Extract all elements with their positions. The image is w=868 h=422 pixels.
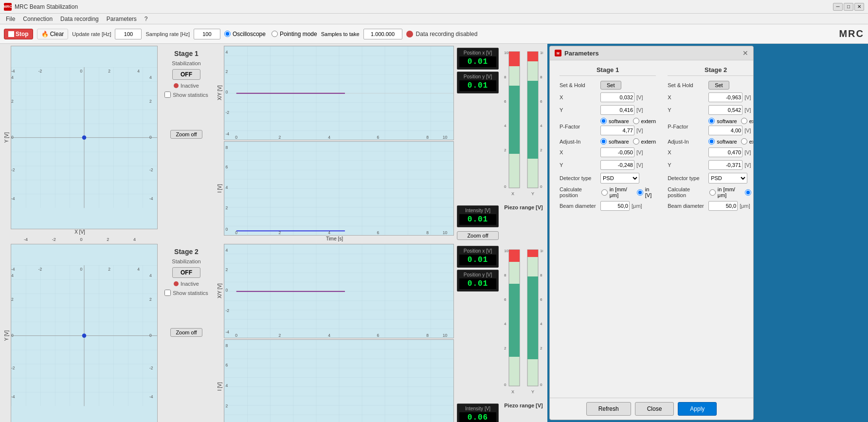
svg-text:8: 8 [225,343,228,348]
stage2-xy-plot: -4 -2 0 2 4 4 2 0 0 -2 -4 4 2 [11,244,158,422]
svg-text:2: 2 [279,333,281,338]
stages-panel: Y [V] [0,44,547,422]
params-stage2-set-hold-row: Set & Hold Set [668,81,753,90]
menu-help[interactable]: ? [141,15,152,23]
params-stage2-extern-radio[interactable]: extern [741,118,753,124]
svg-text:0: 0 [149,135,152,140]
params-stage1-title: Stage 1 [560,66,656,76]
params-stage1-beamdiam-label: Beam diameter [560,203,598,209]
params-stage1-extern-radio[interactable]: extern [633,118,656,124]
params-stage2-detector-label: Detector type [668,175,706,181]
svg-text:2: 2 [504,148,506,152]
apply-button[interactable]: Apply [678,402,717,416]
svg-text:6: 6 [540,297,542,302]
params-stage1-x-input[interactable] [600,92,634,102]
svg-text:0: 0 [225,227,228,232]
params-stage1-mm-radio[interactable]: in [mm/μm] [601,186,634,198]
params-stage2-software-radio[interactable]: software [708,118,737,124]
params-stage1-adj-software-radio[interactable]: software [600,138,629,145]
stop-button[interactable]: Stop [4,29,33,39]
svg-rect-118 [527,276,538,359]
svg-text:-4: -4 [11,394,15,399]
stage2-controls: Stage 2 Stabilization OFF Inactive Show … [160,244,213,422]
params-stage1-v-radio[interactable]: in [V] [637,186,656,198]
svg-text:8: 8 [426,333,429,338]
oscilloscope-radio[interactable]: Oscilloscope [224,31,266,37]
params-stage2-detector-select[interactable]: PSD Quadrant [708,173,747,183]
params-stage2-adj-software-radio[interactable]: software [708,138,737,145]
svg-text:0: 0 [504,184,506,189]
params-stage1-x-unit: [V] [636,94,646,100]
pointing-mode-radio[interactable]: Pointing mode [271,31,317,37]
params-stage1-p-input[interactable] [600,126,634,135]
svg-text:4: 4 [225,248,228,253]
stage1-zoom-off-button[interactable]: Zoom off [170,130,202,139]
stage1-displays: Position x [V] 0.01 Position y [V] 0.01 … [456,46,500,242]
close-button[interactable]: Close [635,402,674,416]
menu-connection[interactable]: Connection [19,15,56,23]
svg-text:0: 0 [11,333,14,338]
close-window-button[interactable]: ✕ [854,3,864,11]
params-stage2-v-radio[interactable]: in [V] [745,186,753,198]
params-stage2-beamdiam-input[interactable] [708,201,738,211]
stage1-show-stats[interactable]: Show statistics [164,92,208,98]
stage1-piezo: 10 8 6 4 2 0 10 8 6 4 2 0 X Y P [502,46,545,242]
params-stage2-pfactor-label: P-Factor [668,124,706,129]
params-stage2-adj-x-label: X [668,149,706,155]
stage2-pos-y-display: Position y [V] 0.01 [457,270,499,292]
params-stage1-software-radio[interactable]: software [600,118,629,124]
svg-text:8: 8 [504,273,506,277]
svg-point-70 [82,334,87,338]
svg-text:0: 0 [540,383,542,387]
params-stage2-adj-x-input[interactable] [708,147,742,157]
params-stage2-set-button[interactable]: Set [708,81,729,90]
stage2-show-stats[interactable]: Show statistics [164,290,208,296]
svg-text:2: 2 [504,346,506,350]
params-stage1-set-button[interactable]: Set [600,81,621,90]
params-close-button[interactable]: ✕ [742,49,748,57]
params-stage1-adj-y-input[interactable] [600,160,634,170]
params-stage1-y-label: Y [560,107,598,113]
svg-text:4: 4 [11,75,14,80]
refresh-button[interactable]: Refresh [586,402,631,416]
stage2-y-axis-label: Y [V] [2,244,11,422]
svg-text:10: 10 [443,333,448,338]
params-stage1-y-input[interactable] [600,105,634,115]
minimize-button[interactable]: ─ [833,3,843,11]
stage2-zoom-off-button[interactable]: Zoom off [170,328,202,337]
update-rate-input[interactable] [115,29,142,39]
menu-data-recording[interactable]: Data recording [56,15,103,23]
params-stage2-p-input[interactable] [708,126,742,135]
app-title: MRC Beam Stabilization [15,3,833,10]
data-recording-status: Data recording disabled [406,31,478,37]
params-stage2-mm-radio[interactable]: in [mm/μm] [709,186,742,198]
clear-button[interactable]: 🔥 Clear [37,29,69,39]
stage1-zoom-off-right-button[interactable]: Zoom off [457,231,499,240]
params-stage1-adjustin-label: Adjust-In [560,139,598,145]
svg-text:8: 8 [504,75,506,79]
svg-text:4: 4 [328,230,330,235]
params-stage1-adj-extern-radio[interactable]: extern [633,138,656,145]
sampling-rate-input[interactable] [194,29,220,39]
stage1-intensity-display: Intensity [V] 0.01 [457,205,499,227]
params-stage1-adj-x-input[interactable] [600,147,634,157]
window-controls: ─ □ ✕ [833,3,864,11]
maximize-button[interactable]: □ [844,3,853,11]
params-stage1-detector-select[interactable]: PSD Quadrant [600,173,639,183]
svg-rect-114 [509,250,520,262]
params-stage2-adj-extern-radio[interactable]: extern [741,138,753,145]
svg-text:2: 2 [225,69,228,74]
params-stage2-beamdiam-unit: [μm] [740,203,750,209]
stage2-off-button[interactable]: OFF [172,267,200,278]
menu-file[interactable]: File [2,15,19,23]
svg-text:10: 10 [443,230,448,235]
params-stage2-x-input[interactable] [708,92,742,102]
samples-input[interactable] [363,29,402,39]
params-stage2-y-input[interactable] [708,105,742,115]
params-set-hold-label-s1: Set & Hold [560,82,598,88]
params-stage1-beamdiam-input[interactable] [600,201,630,211]
menu-parameters[interactable]: Parameters [103,15,141,23]
params-stage2-adj-y-input[interactable] [708,160,742,170]
stage1-off-button[interactable]: OFF [172,69,200,80]
svg-text:6: 6 [377,135,380,140]
